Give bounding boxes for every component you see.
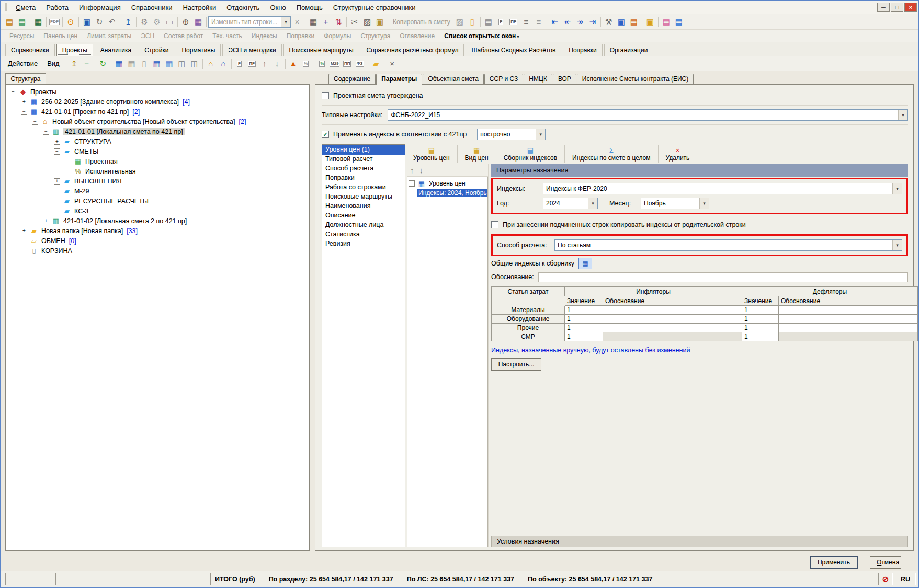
tree-item[interactable]: +▰Новая папка [Новая папка][33] — [7, 226, 308, 236]
copy-icon[interactable]: ▨ — [361, 16, 373, 28]
workspace-tab-7[interactable]: Поисковые маршруты — [283, 44, 359, 56]
table-cell-inflator-value[interactable]: 1 — [565, 315, 603, 324]
undo-icon[interactable]: ↶ — [106, 16, 118, 28]
menu-item-6[interactable]: Отдохнуть — [221, 2, 265, 13]
chevron-down-icon[interactable]: ▾ — [699, 198, 709, 209]
table-cell-deflator-justification[interactable] — [779, 332, 918, 341]
panel-splitter[interactable] — [310, 73, 315, 551]
workspace-tab-4[interactable]: Стройки — [139, 44, 174, 56]
cancel-button[interactable]: Отмена — [870, 556, 901, 569]
expander-minus-icon[interactable]: − — [54, 148, 60, 155]
settings-item-1[interactable]: Уровни цен (1) — [322, 145, 405, 155]
materials-icon[interactable]: ▤ — [628, 16, 640, 28]
menu-item-2[interactable]: Работа — [41, 2, 74, 13]
sort-updown-icon[interactable]: ⇅ — [332, 16, 345, 28]
expander-plus-icon[interactable]: + — [21, 99, 27, 105]
excel-export-icon[interactable]: ▦ — [32, 16, 44, 28]
parameters-tab-6[interactable]: ВОР — [553, 74, 576, 84]
table-cell-inflator-value[interactable]: 1 — [565, 306, 603, 315]
expander-plus-icon[interactable]: + — [43, 218, 49, 224]
search-icon[interactable]: ⊙ — [64, 16, 77, 28]
paste-clipboard-icon[interactable]: ▯ — [466, 16, 479, 28]
configure-button[interactable]: Настроить... — [491, 358, 541, 371]
refresh-tree-icon[interactable]: ↻ — [97, 57, 109, 70]
tree-item[interactable]: +▰ВЫПОЛНЕНИЯ — [7, 176, 308, 186]
parameters-tab-5[interactable]: НМЦК — [524, 74, 552, 84]
resource-book-icon[interactable]: ▤ — [482, 16, 495, 28]
chevron-down-icon[interactable]: ▾ — [898, 110, 907, 120]
table-cell-inflator-value[interactable]: 1 — [565, 324, 603, 332]
tree-item[interactable]: −▱ОБМЕН[0] — [7, 236, 308, 246]
close-view-icon[interactable]: × — [386, 57, 399, 70]
refresh-icon[interactable]: ↻ — [93, 16, 106, 28]
row-settings-icon[interactable]: ⚙ — [138, 16, 151, 28]
keyboard-layout-indicator[interactable]: RU — [895, 573, 916, 585]
common-indexes-button[interactable]: ▦ — [578, 258, 592, 269]
copy-structure-icon[interactable]: ▦ — [192, 16, 205, 28]
year-combo[interactable]: 2024 ▾ — [543, 198, 598, 209]
parent-folder-icon[interactable]: ↥ — [68, 57, 81, 70]
copy-indexes-checkbox[interactable] — [491, 221, 498, 228]
level-move-down-button[interactable]: ↓ — [419, 166, 424, 175]
expander-plus-icon[interactable]: + — [21, 228, 27, 234]
typical-settings-combo[interactable]: ФСНБ-2022_И15 ▾ — [388, 109, 908, 121]
expander-plus-icon[interactable]: + — [54, 178, 60, 185]
view-menu[interactable]: Вид — [42, 58, 64, 69]
table-cell-inflator-justification[interactable] — [603, 324, 742, 332]
table-cell-inflator-justification[interactable] — [603, 306, 742, 315]
close-button[interactable]: × — [904, 3, 917, 12]
structure-tree-icon[interactable]: ▤ — [3, 16, 16, 28]
web-update-icon[interactable]: ⊕ — [179, 16, 192, 28]
expander-minus-icon[interactable]: − — [43, 129, 49, 135]
import-estimate-icon[interactable]: ◫ — [188, 57, 201, 70]
workspace-tab-6[interactable]: ЭСН и методики — [222, 44, 281, 56]
level-prev-icon[interactable]: ↞ — [561, 16, 574, 28]
change-row-type-combo[interactable]: Изменить тип строки...▾ — [208, 16, 291, 28]
expander-minus-icon[interactable]: − — [32, 119, 38, 125]
row-lock-icon[interactable]: ↥ — [122, 16, 134, 28]
table-cell-deflator-value[interactable]: 1 — [742, 315, 779, 324]
chevron-down-icon[interactable]: ▾ — [892, 240, 902, 250]
pdf-export-icon[interactable]: PDF — [48, 16, 61, 28]
chevron-down-icon[interactable]: ▾ — [536, 129, 545, 140]
workspace-tab-8[interactable]: Справочник расчётных формул — [361, 44, 464, 56]
settings-item-3[interactable]: Способ расчета — [322, 164, 405, 174]
tree-item[interactable]: −⌂Новый объект строительства [Новый объе… — [7, 117, 308, 126]
copy-document-icon[interactable]: ▨ — [453, 16, 466, 28]
assignment-conditions-bar[interactable]: Условия назначения — [491, 536, 908, 547]
analysis-icon[interactable]: ▲ — [287, 57, 300, 70]
expander-minus-icon[interactable]: − — [21, 109, 27, 115]
page-p-icon[interactable]: P — [233, 57, 246, 70]
house-copy-icon[interactable]: ⌂ — [217, 57, 230, 70]
move-up-icon[interactable]: ↑ — [258, 57, 271, 70]
action-menu[interactable]: Действие — [3, 58, 42, 69]
index-collection-button[interactable]: ▤Сборник индексов — [497, 144, 563, 164]
menu-item-1[interactable]: Смета — [10, 2, 41, 13]
indexes-node-label[interactable]: Индексы: 2024, Ноябрь — [417, 189, 488, 197]
level-last-icon[interactable]: ⇥ — [586, 16, 599, 28]
price-kind-button[interactable]: ▦Вид цен — [459, 144, 495, 164]
calculator-icon[interactable]: ▦ — [307, 16, 320, 28]
level-first-icon[interactable]: ⇤ — [549, 16, 561, 28]
settings-item-10[interactable]: Статистика — [322, 230, 405, 239]
expander-minus-icon[interactable]: − — [10, 89, 16, 95]
structure-insert-icon[interactable]: ▤ — [16, 16, 28, 28]
filter-tree-clear-icon[interactable]: ≡ — [532, 16, 545, 28]
add-building-icon[interactable]: ▦ — [113, 57, 126, 70]
expander-minus-icon[interactable]: − — [409, 180, 415, 187]
save-building-icon[interactable]: ▦ — [151, 57, 163, 70]
level-move-up-button[interactable]: ↑ — [410, 166, 414, 175]
menu-item-4[interactable]: Справочники — [126, 2, 178, 13]
tree-item[interactable]: −▰М-29 — [7, 186, 308, 196]
settings-item-7[interactable]: Наименования — [322, 202, 405, 211]
price-pr-icon[interactable]: ПР — [507, 16, 520, 28]
machines-icon[interactable]: ▣ — [615, 16, 628, 28]
tree-item[interactable]: +▥421-01-02 [Локальная смета 2 по 421 пр… — [7, 216, 308, 226]
table-cell-inflator-value[interactable]: 1 — [565, 332, 603, 341]
chevron-down-icon[interactable]: ▾ — [892, 183, 902, 194]
table-cell-deflator-justification[interactable] — [779, 315, 918, 324]
workspace-tab-1[interactable]: Справочники — [5, 44, 55, 56]
tree-item[interactable]: −▥421-01-01 [Локальная смета по 421 пр] — [7, 126, 308, 136]
maximize-button[interactable]: □ — [891, 3, 903, 12]
table-cell-deflator-justification[interactable] — [779, 324, 918, 332]
